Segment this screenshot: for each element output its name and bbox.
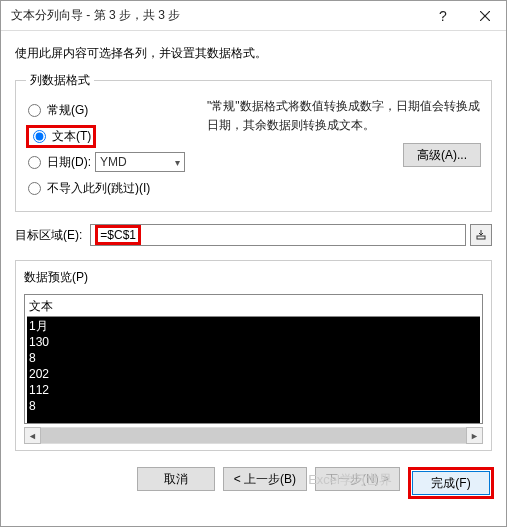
group-label: 列数据格式	[26, 72, 94, 89]
finish-highlight: 完成(F)	[408, 467, 494, 499]
radio-date[interactable]: 日期(D): YMD ▾	[26, 149, 201, 175]
radio-general[interactable]: 常规(G)	[26, 97, 201, 123]
radio-skip-input[interactable]	[28, 182, 41, 195]
preview-body: 1月 130 8 202 112 8	[27, 317, 480, 424]
destination-value: =$C$1	[100, 228, 136, 242]
preview-row: 130	[29, 334, 478, 350]
radio-text-label: 文本(T)	[52, 128, 91, 145]
radio-skip-label: 不导入此列(跳过)(I)	[47, 180, 150, 197]
titlebar: 文本分列向导 - 第 3 步，共 3 步 ?	[1, 1, 506, 31]
scroll-thumb[interactable]	[41, 428, 466, 443]
advanced-button[interactable]: 高级(A)...	[403, 143, 481, 167]
preview-label: 数据预览(P)	[24, 269, 88, 286]
collapse-icon	[476, 230, 486, 240]
close-button[interactable]	[464, 1, 506, 30]
radio-general-input[interactable]	[28, 104, 41, 117]
preview-box: 文本 1月 130 8 202 112 8	[24, 294, 483, 424]
preview-row: 202	[29, 366, 478, 382]
dialog-content: 使用此屏内容可选择各列，并设置其数据格式。 列数据格式 常规(G) 文本(T)	[1, 31, 506, 457]
radio-text[interactable]: 文本(T)	[31, 128, 91, 145]
radio-text-input[interactable]	[33, 130, 46, 143]
scroll-track[interactable]	[41, 427, 466, 444]
radio-skip[interactable]: 不导入此列(跳过)(I)	[26, 175, 201, 201]
preview-scrollbar[interactable]: ◄ ►	[24, 427, 483, 444]
radio-date-label: 日期(D):	[47, 154, 91, 171]
radio-column: 常规(G) 文本(T) 日期(D): YMD ▾	[26, 97, 201, 201]
date-format-select[interactable]: YMD ▾	[95, 152, 185, 172]
preview-row: 112	[29, 382, 478, 398]
svg-rect-2	[477, 236, 485, 239]
next-button: 下一步(N) >	[315, 467, 400, 491]
chevron-down-icon: ▾	[175, 157, 180, 168]
finish-button[interactable]: 完成(F)	[412, 471, 490, 495]
back-button[interactable]: < 上一步(B)	[223, 467, 307, 491]
preview-column-header[interactable]: 文本	[27, 297, 480, 317]
preview-row: 8	[29, 398, 478, 414]
description-column: "常规"数据格式将数值转换成数字，日期值会转换成日期，其余数据则转换成文本。 高…	[201, 97, 481, 201]
radio-text-highlight: 文本(T)	[26, 125, 96, 148]
destination-row: 目标区域(E): =$C$1	[15, 224, 492, 246]
scroll-left-button[interactable]: ◄	[24, 427, 41, 444]
footer-buttons: 取消 < 上一步(B) 下一步(N) > 完成(F)	[1, 457, 506, 509]
cancel-button[interactable]: 取消	[137, 467, 215, 491]
close-icon	[480, 11, 490, 21]
instruction-text: 使用此屏内容可选择各列，并设置其数据格式。	[15, 45, 492, 62]
format-description: "常规"数据格式将数值转换成数字，日期值会转换成日期，其余数据则转换成文本。	[207, 97, 481, 135]
preview-row: 1月	[29, 318, 478, 334]
destination-input[interactable]: =$C$1	[90, 224, 466, 246]
window-title: 文本分列向导 - 第 3 步，共 3 步	[11, 7, 422, 24]
radio-general-label: 常规(G)	[47, 102, 88, 119]
date-format-value: YMD	[100, 155, 127, 169]
destination-label: 目标区域(E):	[15, 227, 82, 244]
radio-date-input[interactable]	[28, 156, 41, 169]
scroll-right-button[interactable]: ►	[466, 427, 483, 444]
column-format-group: 列数据格式 常规(G) 文本(T) 日期(D):	[15, 72, 492, 212]
range-picker-button[interactable]	[470, 224, 492, 246]
preview-group: 数据预览(P) 文本 1月 130 8 202 112 8 ◄ ►	[15, 260, 492, 451]
destination-value-highlight: =$C$1	[95, 225, 141, 245]
help-button[interactable]: ?	[422, 1, 464, 30]
preview-row: 8	[29, 350, 478, 366]
